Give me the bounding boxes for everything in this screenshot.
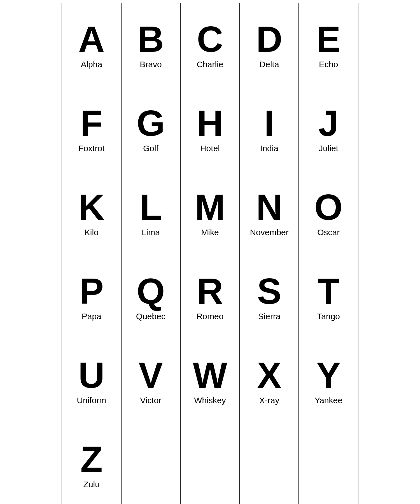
grid-cell-empty-2 [181,423,240,504]
grid-cell-J: JJuliet [299,87,358,171]
letter-R: R [197,273,223,309]
grid-cell-C: CCharlie [181,3,240,87]
grid-cell-W: WWhiskey [181,339,240,423]
letter-W: W [193,357,227,393]
letter-F: F [80,105,102,141]
grid-cell-O: OOscar [299,171,358,255]
word-Mike: Mike [201,228,219,237]
grid-cell-empty-3 [240,423,299,504]
letter-P: P [79,273,104,309]
letter-L: L [140,189,162,225]
letter-B: B [137,21,164,57]
grid-cell-R: RRomeo [181,255,240,339]
word-Golf: Golf [143,144,158,153]
letter-D: D [256,21,283,57]
letter-A: A [78,21,105,57]
grid-cell-K: KKilo [62,171,122,255]
word-Lima: Lima [142,228,160,237]
grid-cell-P: PPapa [62,255,122,339]
word-X-ray: X-ray [259,396,279,405]
word-Alpha: Alpha [81,60,102,69]
grid-cell-V: VVictor [122,339,181,423]
letter-J: J [318,105,339,141]
word-Whiskey: Whiskey [194,396,226,405]
grid-cell-D: DDelta [240,3,299,87]
word-Hotel: Hotel [200,144,220,153]
word-Victor: Victor [140,396,161,405]
grid-cell-I: IIndia [240,87,299,171]
word-Echo: Echo [319,60,338,69]
grid-cell-G: GGolf [122,87,181,171]
word-Juliet: Juliet [319,144,338,153]
letter-U: U [78,357,105,393]
grid-row-4: UUniformVVictorWWhiskeyXX-rayYYankee [62,339,358,423]
grid-cell-L: LLima [122,171,181,255]
grid-cell-T: TTango [299,255,358,339]
word-Foxtrot: Foxtrot [78,144,104,153]
letter-G: G [137,105,165,141]
word-Papa: Papa [82,312,101,321]
grid-cell-Z: ZZulu [62,423,122,504]
letter-M: M [195,189,225,225]
grid-cell-N: NNovember [240,171,299,255]
word-Kilo: Kilo [85,228,99,237]
grid-cell-U: UUniform [62,339,122,423]
word-Charlie: Charlie [197,60,223,69]
letter-I: I [264,105,274,141]
grid-cell-S: SSierra [240,255,299,339]
grid-row-3: PPapaQQuebecRRomeoSSierraTTango [62,255,358,339]
letter-X: X [257,357,281,393]
grid-cell-F: FFoxtrot [62,87,122,171]
word-Tango: Tango [317,312,340,321]
word-Yankee: Yankee [314,396,342,405]
letter-K: K [78,189,105,225]
grid-cell-empty-4 [299,423,358,504]
grid-row-2: KKiloLLimaMMikeNNovemberOOscar [62,171,358,255]
word-Delta: Delta [260,60,279,69]
word-Romeo: Romeo [197,312,224,321]
grid-cell-Q: QQuebec [122,255,181,339]
grid-cell-B: BBravo [122,3,181,87]
grid-cell-E: EEcho [299,3,358,87]
grid-row-5: ZZulu [62,423,358,504]
letter-Y: Y [316,357,341,393]
word-India: India [260,144,278,153]
phonetic-alphabet-grid: AAlphaBBravoCCharlieDDeltaEEchoFFoxtrotG… [62,3,358,504]
grid-cell-empty-1 [122,423,181,504]
grid-row-0: AAlphaBBravoCCharlieDDeltaEEcho [62,3,358,87]
word-Uniform: Uniform [77,396,106,405]
letter-C: C [197,21,223,57]
word-November: November [250,228,288,237]
grid-cell-Y: YYankee [299,339,358,423]
word-Bravo: Bravo [140,60,162,69]
letter-Q: Q [137,273,165,309]
word-Quebec: Quebec [136,312,165,321]
letter-V: V [139,357,163,393]
grid-cell-A: AAlpha [62,3,122,87]
word-Sierra: Sierra [258,312,281,321]
grid-cell-H: HHotel [181,87,240,171]
letter-O: O [314,189,343,225]
letter-T: T [317,273,339,309]
grid-cell-X: XX-ray [240,339,299,423]
letter-E: E [316,21,341,57]
letter-N: N [256,189,283,225]
letter-Z: Z [80,441,102,477]
grid-row-1: FFoxtrotGGolfHHotelIIndiaJJuliet [62,87,358,171]
word-Oscar: Oscar [317,228,340,237]
grid-cell-M: MMike [181,171,240,255]
word-Zulu: Zulu [83,480,100,489]
letter-S: S [257,273,281,309]
letter-H: H [197,105,223,141]
